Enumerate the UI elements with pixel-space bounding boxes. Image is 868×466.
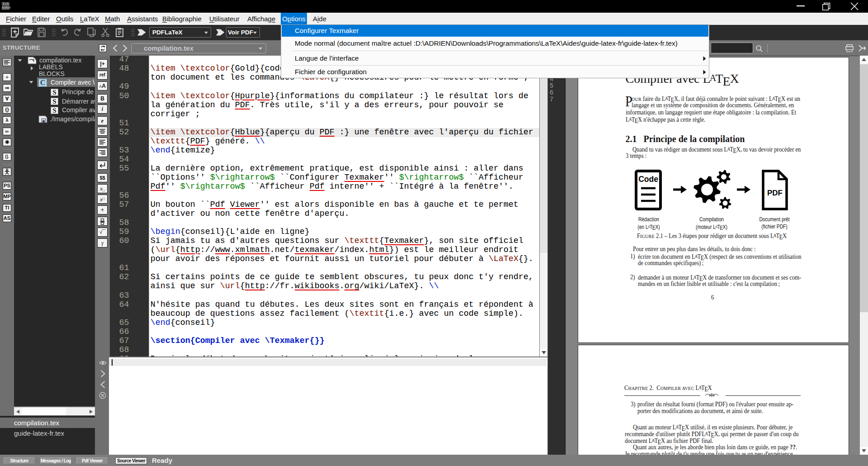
svg-text:Code: Code: [638, 175, 658, 184]
svg-text:PDF: PDF: [767, 189, 783, 197]
